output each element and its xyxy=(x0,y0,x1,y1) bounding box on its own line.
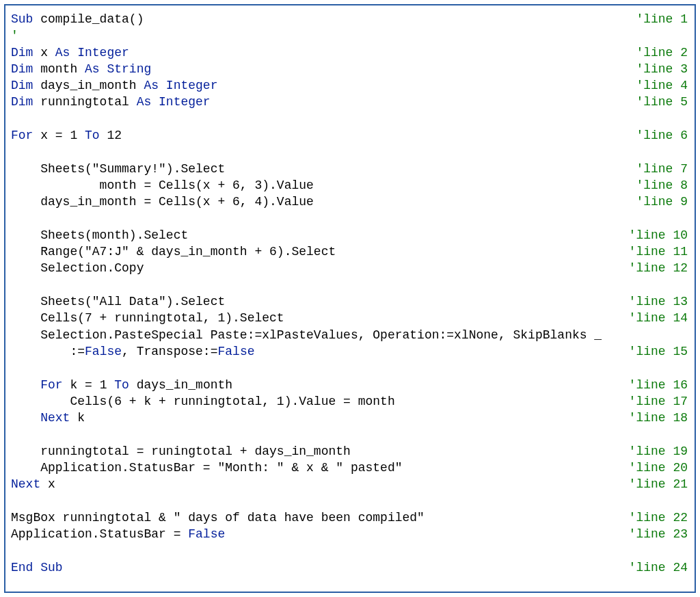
code-line: MsgBox runningtotal & " days of data hav… xyxy=(11,509,688,526)
line-comment: 'line 19 xyxy=(629,443,688,460)
code-line: :=False, Transpose:=False'line 15 xyxy=(11,343,688,360)
blank-line xyxy=(11,493,688,509)
code-line: Sub compile_data()'line 1 xyxy=(11,11,688,27)
code-text: Dim x As Integer xyxy=(11,44,129,61)
blank-line xyxy=(11,211,688,227)
code-line: Dim x As Integer'line 2 xyxy=(11,44,688,61)
code-line: For k = 1 To days_in_month'line 16 xyxy=(11,377,688,393)
code-line: Dim days_in_month As Integer'line 4 xyxy=(11,77,688,94)
blank-line xyxy=(11,277,688,293)
code-text: :=False, Transpose:=False xyxy=(11,343,255,360)
code-line: Selection.PasteSpecial Paste:=xlPasteVal… xyxy=(11,327,688,343)
code-text: Next x xyxy=(11,476,55,492)
code-line: Sheets("Summary!").Select'line 7 xyxy=(11,161,688,177)
line-comment: 'line 14 xyxy=(629,310,688,326)
code-line: Cells(7 + runningtotal, 1).Select'line 1… xyxy=(11,310,688,326)
blank-line xyxy=(11,111,688,127)
code-line: days_in_month = Cells(x + 6, 4).Value'li… xyxy=(11,194,688,210)
code-line: Application.StatusBar = "Month: " & x & … xyxy=(11,460,688,476)
code-line: Dim runningtotal As Integer'line 5 xyxy=(11,94,688,110)
code-line: Next x'line 21 xyxy=(11,476,688,492)
line-comment: 'line 23 xyxy=(629,526,688,542)
code-line: Dim month As String'line 3 xyxy=(11,61,688,77)
code-line: Cells(6 + k + runningtotal, 1).Value = m… xyxy=(11,393,688,410)
line-comment: 'line 7 xyxy=(636,161,688,177)
code-text: For k = 1 To days_in_month xyxy=(11,377,232,393)
code-text: Cells(6 + k + runningtotal, 1).Value = m… xyxy=(11,393,395,410)
line-comment: 'line 3 xyxy=(636,61,688,77)
code-text: runningtotal = runingtotal + days_in_mon… xyxy=(11,443,351,460)
line-comment: 'line 24 xyxy=(629,559,688,576)
line-comment: 'line 11 xyxy=(629,243,688,260)
line-comment: 'line 8 xyxy=(636,177,688,194)
code-text: days_in_month = Cells(x + 6, 4).Value xyxy=(11,194,314,210)
line-comment: 'line 12 xyxy=(629,260,688,276)
code-text: ' xyxy=(11,27,18,44)
code-line: Range("A7:J" & days_in_month + 6).Select… xyxy=(11,243,688,260)
blank-line xyxy=(11,426,688,442)
code-line: Sheets("All Data").Select'line 13 xyxy=(11,293,688,310)
line-comment: 'line 5 xyxy=(636,94,688,110)
code-text: Selection.Copy xyxy=(11,260,144,276)
code-line: End Sub'line 24 xyxy=(11,559,688,576)
code-text: Application.StatusBar = False xyxy=(11,526,225,542)
code-line: Selection.Copy'line 12 xyxy=(11,260,688,276)
code-text: Next k xyxy=(11,410,85,426)
code-text: End Sub xyxy=(11,559,63,576)
code-text: Dim runningtotal As Integer xyxy=(11,94,211,110)
code-text: Sub compile_data() xyxy=(11,11,144,27)
code-line: ' xyxy=(11,27,688,44)
line-comment: 'line 17 xyxy=(629,393,688,410)
code-frame: Sub compile_data()'line 1'Dim x As Integ… xyxy=(0,0,700,597)
line-comment: 'line 15 xyxy=(629,343,688,360)
code-text: Sheets("All Data").Select xyxy=(11,293,225,310)
code-text: Dim days_in_month As Integer xyxy=(11,77,217,94)
code-text: Range("A7:J" & days_in_month + 6).Select xyxy=(11,243,336,260)
code-line: For x = 1 To 12'line 6 xyxy=(11,127,688,144)
line-comment: 'line 6 xyxy=(636,127,688,144)
blank-line xyxy=(11,543,688,559)
line-comment: 'line 22 xyxy=(629,509,688,526)
code-line: Next k'line 18 xyxy=(11,410,688,426)
code-line: runningtotal = runingtotal + days_in_mon… xyxy=(11,443,688,460)
code-text: MsgBox runningtotal & " days of data hav… xyxy=(11,509,425,526)
code-line: month = Cells(x + 6, 3).Value'line 8 xyxy=(11,177,688,194)
code-text: month = Cells(x + 6, 3).Value xyxy=(11,177,314,194)
line-comment: 'line 13 xyxy=(629,293,688,310)
vba-code-block: Sub compile_data()'line 1'Dim x As Integ… xyxy=(4,4,696,593)
line-comment: 'line 2 xyxy=(636,44,688,61)
blank-line xyxy=(11,360,688,376)
code-text: For x = 1 To 12 xyxy=(11,127,122,144)
line-comment: 'line 21 xyxy=(629,476,688,492)
line-comment: 'line 18 xyxy=(629,410,688,426)
line-comment: 'line 16 xyxy=(629,377,688,393)
line-comment: 'line 10 xyxy=(629,227,688,243)
line-comment: 'line 20 xyxy=(629,460,688,476)
code-text: Dim month As String xyxy=(11,61,151,77)
code-text: Application.StatusBar = "Month: " & x & … xyxy=(11,460,403,476)
code-text: Selection.PasteSpecial Paste:=xlPasteVal… xyxy=(11,327,602,343)
blank-line xyxy=(11,144,688,160)
line-comment: 'line 1 xyxy=(636,11,688,27)
code-text: Sheets("Summary!").Select xyxy=(11,161,225,177)
line-comment: 'line 4 xyxy=(636,77,688,94)
code-line: Application.StatusBar = False'line 23 xyxy=(11,526,688,542)
code-text: Sheets(month).Select xyxy=(11,227,188,243)
code-line: Sheets(month).Select'line 10 xyxy=(11,227,688,243)
line-comment: 'line 9 xyxy=(636,194,688,210)
code-text: Cells(7 + runningtotal, 1).Select xyxy=(11,310,284,326)
